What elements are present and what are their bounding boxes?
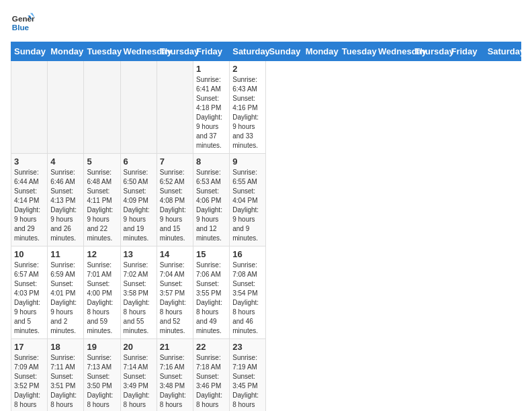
day-info: Sunrise: 6:41 AM Sunset: 4:18 PM Dayligh…	[196, 75, 226, 150]
header-wednesday: Wednesday	[120, 42, 157, 61]
day-number: 21	[160, 342, 190, 352]
calendar-cell: 5Sunrise: 6:48 AM Sunset: 4:11 PM Daylig…	[84, 154, 120, 246]
header-friday: Friday	[193, 42, 230, 61]
day-info: Sunrise: 6:48 AM Sunset: 4:11 PM Dayligh…	[87, 168, 117, 243]
header-sunday: Sunday	[11, 42, 48, 61]
day-number: 6	[124, 156, 154, 167]
day-number: 23	[232, 342, 263, 352]
day-info: Sunrise: 7:13 AM Sunset: 3:50 PM Dayligh…	[87, 353, 117, 411]
calendar-cell	[120, 61, 157, 154]
header-tuesday: Tuesday	[339, 42, 375, 61]
day-info: Sunrise: 7:16 AM Sunset: 3:48 PM Dayligh…	[160, 353, 190, 411]
day-info: Sunrise: 7:18 AM Sunset: 3:46 PM Dayligh…	[196, 353, 226, 411]
day-number: 8	[196, 156, 226, 167]
day-info: Sunrise: 7:04 AM Sunset: 3:57 PM Dayligh…	[160, 261, 190, 336]
calendar-cell: 14Sunrise: 7:04 AM Sunset: 3:57 PM Dayli…	[157, 246, 193, 339]
page-header: General Blue	[11, 11, 521, 35]
header-thursday: Thursday	[157, 42, 193, 61]
day-number: 9	[232, 156, 263, 167]
day-info: Sunrise: 7:19 AM Sunset: 3:45 PM Dayligh…	[232, 353, 263, 411]
calendar-cell: 19Sunrise: 7:13 AM Sunset: 3:50 PM Dayli…	[84, 339, 120, 412]
day-info: Sunrise: 6:59 AM Sunset: 4:01 PM Dayligh…	[50, 261, 81, 336]
day-number: 19	[87, 342, 117, 352]
day-number: 11	[50, 249, 81, 259]
calendar-cell: 15Sunrise: 7:06 AM Sunset: 3:55 PM Dayli…	[193, 246, 230, 339]
day-number: 16	[232, 249, 263, 259]
day-number: 12	[87, 249, 117, 259]
day-info: Sunrise: 7:08 AM Sunset: 3:54 PM Dayligh…	[232, 261, 263, 336]
calendar-cell: 17Sunrise: 7:09 AM Sunset: 3:52 PM Dayli…	[11, 339, 48, 412]
header-saturday: Saturday	[230, 42, 266, 61]
header-wednesday: Wednesday	[375, 42, 412, 61]
day-info: Sunrise: 7:06 AM Sunset: 3:55 PM Dayligh…	[196, 261, 226, 336]
calendar-cell	[11, 61, 48, 154]
day-info: Sunrise: 7:02 AM Sunset: 3:58 PM Dayligh…	[124, 261, 154, 336]
logo: General Blue	[11, 11, 35, 35]
calendar-cell: 8Sunrise: 6:53 AM Sunset: 4:06 PM Daylig…	[193, 154, 230, 246]
calendar-cell: 23Sunrise: 7:19 AM Sunset: 3:45 PM Dayli…	[230, 339, 266, 412]
calendar-table: SundayMondayTuesdayWednesdayThursdayFrid…	[11, 42, 521, 411]
calendar-cell: 4Sunrise: 6:46 AM Sunset: 4:13 PM Daylig…	[48, 154, 84, 246]
day-info: Sunrise: 6:43 AM Sunset: 4:16 PM Dayligh…	[232, 75, 263, 150]
header-tuesday: Tuesday	[84, 42, 120, 61]
calendar-week-2: 3Sunrise: 6:44 AM Sunset: 4:14 PM Daylig…	[11, 154, 521, 246]
day-info: Sunrise: 6:52 AM Sunset: 4:08 PM Dayligh…	[160, 168, 190, 243]
calendar-cell: 7Sunrise: 6:52 AM Sunset: 4:08 PM Daylig…	[157, 154, 193, 246]
logo-icon: General Blue	[11, 11, 35, 35]
day-number: 14	[160, 249, 190, 259]
calendar-cell: 3Sunrise: 6:44 AM Sunset: 4:14 PM Daylig…	[11, 154, 48, 246]
day-number: 13	[124, 249, 154, 259]
calendar-week-1: 1Sunrise: 6:41 AM Sunset: 4:18 PM Daylig…	[11, 61, 521, 154]
day-info: Sunrise: 6:46 AM Sunset: 4:13 PM Dayligh…	[50, 168, 81, 243]
calendar-cell: 18Sunrise: 7:11 AM Sunset: 3:51 PM Dayli…	[48, 339, 84, 412]
day-number: 2	[232, 64, 263, 74]
day-number: 7	[160, 156, 190, 167]
calendar-cell: 9Sunrise: 6:55 AM Sunset: 4:04 PM Daylig…	[230, 154, 266, 246]
calendar-cell: 20Sunrise: 7:14 AM Sunset: 3:49 PM Dayli…	[120, 339, 157, 412]
calendar-week-3: 10Sunrise: 6:57 AM Sunset: 4:03 PM Dayli…	[11, 246, 521, 339]
header-sunday: Sunday	[266, 42, 302, 61]
day-info: Sunrise: 7:09 AM Sunset: 3:52 PM Dayligh…	[14, 353, 44, 411]
svg-text:Blue: Blue	[12, 23, 30, 32]
calendar-week-4: 17Sunrise: 7:09 AM Sunset: 3:52 PM Dayli…	[11, 339, 521, 412]
calendar-cell: 21Sunrise: 7:16 AM Sunset: 3:48 PM Dayli…	[157, 339, 193, 412]
header-friday: Friday	[448, 42, 484, 61]
day-number: 17	[14, 342, 44, 352]
day-info: Sunrise: 6:55 AM Sunset: 4:04 PM Dayligh…	[232, 168, 263, 243]
day-number: 1	[196, 64, 226, 74]
day-number: 4	[50, 156, 81, 167]
header-thursday: Thursday	[412, 42, 448, 61]
day-number: 18	[50, 342, 81, 352]
day-info: Sunrise: 6:44 AM Sunset: 4:14 PM Dayligh…	[14, 168, 44, 243]
day-info: Sunrise: 6:53 AM Sunset: 4:06 PM Dayligh…	[196, 168, 226, 243]
calendar-cell	[157, 61, 193, 154]
day-info: Sunrise: 6:57 AM Sunset: 4:03 PM Dayligh…	[14, 261, 44, 336]
calendar-cell: 6Sunrise: 6:50 AM Sunset: 4:09 PM Daylig…	[120, 154, 157, 246]
calendar-cell: 11Sunrise: 6:59 AM Sunset: 4:01 PM Dayli…	[48, 246, 84, 339]
calendar-cell: 16Sunrise: 7:08 AM Sunset: 3:54 PM Dayli…	[230, 246, 266, 339]
day-number: 15	[196, 249, 226, 259]
calendar-header-row: SundayMondayTuesdayWednesdayThursdayFrid…	[11, 42, 521, 61]
calendar-cell	[48, 61, 84, 154]
calendar-cell	[84, 61, 120, 154]
header-monday: Monday	[48, 42, 84, 61]
calendar-cell: 12Sunrise: 7:01 AM Sunset: 4:00 PM Dayli…	[84, 246, 120, 339]
day-info: Sunrise: 7:14 AM Sunset: 3:49 PM Dayligh…	[124, 353, 154, 411]
header-saturday: Saturday	[484, 42, 521, 61]
day-number: 3	[14, 156, 44, 167]
day-number: 10	[14, 249, 44, 259]
header-monday: Monday	[302, 42, 339, 61]
day-number: 20	[124, 342, 154, 352]
calendar-cell: 1Sunrise: 6:41 AM Sunset: 4:18 PM Daylig…	[193, 61, 230, 154]
day-number: 5	[87, 156, 117, 167]
day-number: 22	[196, 342, 226, 352]
day-info: Sunrise: 6:50 AM Sunset: 4:09 PM Dayligh…	[124, 168, 154, 243]
calendar-cell: 22Sunrise: 7:18 AM Sunset: 3:46 PM Dayli…	[193, 339, 230, 412]
day-info: Sunrise: 7:01 AM Sunset: 4:00 PM Dayligh…	[87, 261, 117, 336]
calendar-cell: 10Sunrise: 6:57 AM Sunset: 4:03 PM Dayli…	[11, 246, 48, 339]
calendar-cell: 13Sunrise: 7:02 AM Sunset: 3:58 PM Dayli…	[120, 246, 157, 339]
calendar-cell: 2Sunrise: 6:43 AM Sunset: 4:16 PM Daylig…	[230, 61, 266, 154]
day-info: Sunrise: 7:11 AM Sunset: 3:51 PM Dayligh…	[50, 353, 81, 411]
